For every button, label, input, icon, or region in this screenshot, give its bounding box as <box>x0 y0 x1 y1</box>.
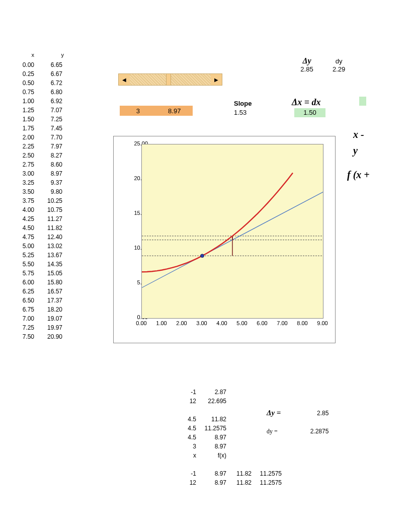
scroll-track[interactable] <box>130 74 211 85</box>
cell-x: 5.25 <box>14 251 34 260</box>
plot-area <box>141 144 323 319</box>
cell-x: 7.50 <box>14 332 34 341</box>
dy-value: 2.29 <box>324 65 354 73</box>
current-point-readout: 3 8.97 <box>120 106 193 116</box>
cell-x: 3.50 <box>14 187 34 196</box>
cell-y: 10.25 <box>37 196 62 205</box>
table-row: 3.7510.25 <box>14 196 64 205</box>
table-row: -12.87 <box>179 388 282 397</box>
table-row: 5.0013.02 <box>14 242 64 251</box>
cell-y: 11.27 <box>37 214 62 223</box>
delta-x-value[interactable]: 1.50 <box>294 108 325 117</box>
cell-y: 6.65 <box>37 60 62 69</box>
cell-x: 2.50 <box>14 151 34 160</box>
cell-x: 6.25 <box>14 287 34 296</box>
cell-y: 6.92 <box>37 97 62 106</box>
scroll-right-button[interactable]: ▶ <box>211 74 222 85</box>
delta-readout: Δy dy 2.85 2.29 <box>292 56 372 73</box>
x-tick: 0.00 <box>134 320 149 326</box>
table-row: 1.757.45 <box>14 124 64 133</box>
table-row: 3.509.80 <box>14 187 64 196</box>
green-cell[interactable] <box>359 97 366 106</box>
cell-x: 6.75 <box>14 305 34 314</box>
delta-x-label: Δx = dx <box>292 97 321 108</box>
cell-x: 0.00 <box>14 60 34 69</box>
table-row: 0.256.67 <box>14 69 64 79</box>
cell-y: 9.37 <box>37 178 62 187</box>
table-row: 2.257.97 <box>14 142 64 151</box>
bottom-deltay-label: Δy = <box>267 404 297 422</box>
table-row: 5.2513.67 <box>14 251 64 260</box>
x-tick: 6.00 <box>255 320 270 326</box>
cell-y: 18.20 <box>37 305 62 314</box>
table-row: 0.756.80 <box>14 88 64 97</box>
table-row: 0.006.65 <box>14 60 64 69</box>
cell-y: 12.40 <box>37 233 62 242</box>
cell-x: 5.50 <box>14 260 34 269</box>
table-row: 3.259.37 <box>14 178 64 187</box>
table-row: 5.5014.35 <box>14 260 64 269</box>
slope-label: Slope <box>234 100 252 107</box>
cell-y: 8.97 <box>37 169 62 178</box>
col-x-header: x <box>14 50 34 59</box>
cell-y: 9.80 <box>37 187 62 196</box>
table-row: 3.008.97 <box>14 169 64 178</box>
cell-y: 7.97 <box>37 142 62 151</box>
xy-table: x y 0.006.650.256.670.506.720.756.801.00… <box>14 50 64 341</box>
cell-y: 8.60 <box>37 160 62 169</box>
scroll-thumb[interactable] <box>166 74 171 85</box>
cell-x: 0.50 <box>14 79 34 88</box>
cell-y: 17.37 <box>37 296 62 305</box>
cell-y: 7.70 <box>37 133 62 142</box>
delta-y-value: 2.85 <box>292 65 322 73</box>
cell-x: 0.25 <box>14 69 34 79</box>
current-y: 8.97 <box>156 107 193 115</box>
table-row: 2.758.60 <box>14 160 64 169</box>
cell-x: 1.75 <box>14 124 34 133</box>
plot-svg <box>142 144 323 318</box>
cell-y: 15.05 <box>37 269 62 278</box>
cell-x: 6.50 <box>14 296 34 305</box>
dy-label: dy <box>324 57 354 65</box>
scroll-left-button[interactable]: ◀ <box>119 74 130 85</box>
table-row: 1.257.07 <box>14 106 64 115</box>
col-y-header: y <box>39 50 64 59</box>
cell-y: 6.67 <box>37 69 62 79</box>
table-row: 6.0015.80 <box>14 278 64 287</box>
triangle-right-icon: ▶ <box>214 77 218 83</box>
cell-x: 4.50 <box>14 223 34 233</box>
sym-x: x - <box>353 129 364 140</box>
x-tick: 1.00 <box>154 320 169 326</box>
table-row: 1.006.92 <box>14 97 64 106</box>
cell-x: 4.00 <box>14 205 34 214</box>
chart: 25.00 20.00 15.00 10.00 5.00 0.00 0.00 1… <box>113 136 336 343</box>
cell-y: 10.75 <box>37 205 62 214</box>
table-row: 4.2511.27 <box>14 214 64 223</box>
x-tick: 9.00 <box>315 320 330 326</box>
cell-x: 2.25 <box>14 142 34 151</box>
cell-x: 3.25 <box>14 178 34 187</box>
table-row: 0.506.72 <box>14 79 64 88</box>
cell-x: 7.00 <box>14 314 34 323</box>
cell-y: 19.97 <box>37 323 62 332</box>
cell-x: 7.25 <box>14 323 34 332</box>
table-row: 6.2516.57 <box>14 287 64 296</box>
x-tick: 3.00 <box>194 320 209 326</box>
cell-y: 11.82 <box>37 223 62 233</box>
x-tick: 4.00 <box>214 320 229 326</box>
bottom-dy-block: Δy = 2.85 dy = 2.2875 <box>267 404 328 440</box>
table-row: 38.97 <box>179 442 282 451</box>
table-row: xf(x) <box>179 451 282 460</box>
cell-x: 2.75 <box>14 160 34 169</box>
x-tick: 7.00 <box>275 320 290 326</box>
cell-x: 1.25 <box>14 106 34 115</box>
bottom-deltay-value: 2.85 <box>298 404 328 422</box>
cell-y: 8.27 <box>37 151 62 160</box>
table-row: 2.508.27 <box>14 151 64 160</box>
x-tick: 5.00 <box>234 320 250 326</box>
cell-y: 20.90 <box>37 332 62 341</box>
x-scrollbar[interactable]: ◀ ▶ <box>118 73 222 86</box>
cell-x: 1.50 <box>14 115 34 124</box>
x-tick: 8.00 <box>295 320 310 326</box>
table-row: 4.0010.75 <box>14 205 64 214</box>
